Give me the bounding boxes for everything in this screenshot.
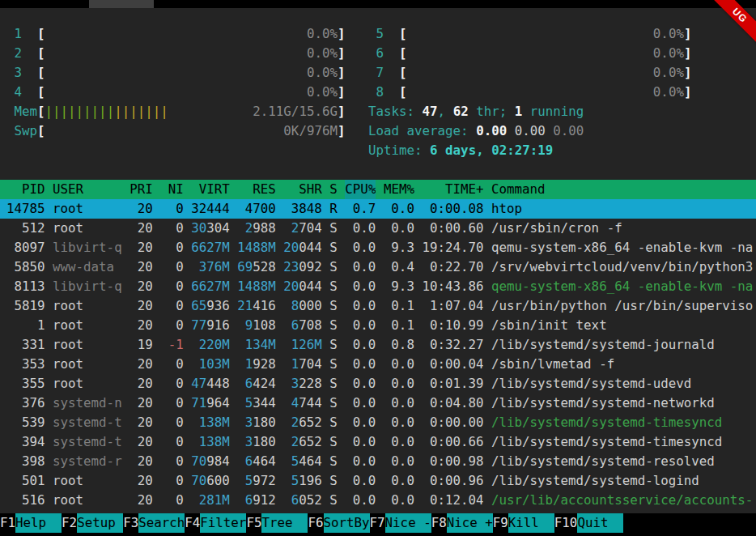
process-pri: 20: [130, 471, 153, 491]
process-cmd: /usr/sbin/cron -f: [491, 219, 756, 238]
process-row[interactable]: 512root2003030429882704S0.00.00:00.60/us…: [0, 219, 756, 238]
process-pid: 5850: [6, 257, 45, 277]
process-ni: 0: [160, 199, 184, 219]
process-ni: 0: [160, 452, 184, 471]
column-header-cmd[interactable]: Command: [491, 180, 756, 199]
process-shr: 4744: [283, 393, 322, 413]
process-row[interactable]: 8113libvirt-q2006627M1488M20044S0.09.310…: [0, 277, 756, 296]
process-shr: 3228: [283, 374, 322, 393]
process-mem: 0.0: [384, 199, 414, 219]
memory-meter-value: 2.11G/15.6G: [253, 102, 338, 121]
column-header-user[interactable]: USER: [53, 180, 122, 199]
fkey-f3-button[interactable]: F3Search: [123, 513, 185, 533]
process-row[interactable]: 501root2007060059725196S0.00.00:00.96/li…: [0, 471, 756, 491]
process-mem: 0.1: [384, 316, 414, 335]
fkey-number: F10: [554, 513, 578, 533]
process-row[interactable]: 1root2007791691086708S0.00.10:10.99/sbin…: [0, 316, 756, 335]
process-res: 6912: [237, 491, 276, 510]
process-time: 0:00.60: [422, 219, 483, 238]
function-key-bar: F1HelpF2SetupF3SearchF4FilterF5TreeF6Sor…: [0, 513, 756, 536]
process-row[interactable]: 376systemd-n2007196453444744S0.00.00:04.…: [0, 393, 756, 413]
cpu-meter-value: 0.0%: [307, 83, 338, 102]
fkey-f4-button[interactable]: F4Filter: [185, 513, 246, 533]
column-header-shr[interactable]: SHR: [283, 180, 322, 199]
process-pid: 398: [6, 452, 45, 471]
process-cmd: /lib/systemd/systemd-networkd: [491, 393, 756, 413]
column-header-cpu[interactable]: CPU%: [345, 180, 376, 199]
process-cpu: 0.0: [345, 316, 376, 335]
process-pid: 501: [6, 471, 45, 491]
process-virt: 138M: [191, 413, 230, 432]
fkey-f7-button[interactable]: F7Nice -: [370, 513, 431, 533]
process-pid: 512: [6, 219, 45, 238]
column-header-s[interactable]: S: [329, 180, 338, 199]
cpu-meter-number: 7: [376, 63, 399, 83]
process-res: 4700: [237, 199, 276, 219]
process-user: libvirt-q: [53, 277, 122, 296]
fkey-number: F5: [246, 513, 261, 533]
process-cpu: 0.0: [345, 471, 376, 491]
process-virt: 65936: [191, 296, 230, 316]
process-pri: 20: [130, 413, 153, 432]
process-cpu: 0.0: [345, 432, 376, 452]
column-header-mem[interactable]: MEM%: [384, 180, 414, 199]
process-row[interactable]: 353root200103M19281704S0.00.00:00.04/sbi…: [0, 355, 756, 374]
fkey-label: Quit: [577, 513, 623, 533]
bracket-close: ]: [338, 63, 346, 83]
process-row[interactable]: 355root2004744864243228S0.00.00:01.39/li…: [0, 374, 756, 393]
fkey-f6-button[interactable]: F6SortBy: [308, 513, 369, 533]
process-time: 19:24.70: [422, 238, 483, 257]
process-user: root: [53, 335, 122, 355]
column-header-res[interactable]: RES: [237, 180, 276, 199]
cpu-meter-5: 5[0.0%]: [368, 24, 691, 44]
process-row[interactable]: 331root19-1220M134M126MS0.00.80:32.27/li…: [0, 335, 756, 355]
process-pid: 539: [6, 413, 45, 432]
process-row[interactable]: 5850www-data200376M6952823092S0.00.40:22…: [0, 257, 756, 277]
process-row[interactable]: 398systemd-r2007098464645464S0.00.00:00.…: [0, 452, 756, 471]
process-table-header: PIDUSERPRINIVIRTRESSHRSCPU%MEM%TIME+Comm…: [0, 180, 756, 199]
process-ni: 0: [160, 491, 184, 510]
process-ni: 0: [160, 277, 184, 296]
process-time: 0:00.00: [422, 413, 483, 432]
process-s: S: [329, 413, 338, 432]
process-cmd: /srv/webvirtcloud/venv/bin/python3: [491, 257, 756, 277]
process-cpu: 0.0: [345, 277, 376, 296]
process-row[interactable]: 516root200281M69126052S0.00.00:12.04/usr…: [0, 491, 756, 510]
process-res: 2988: [237, 219, 276, 238]
process-row[interactable]: 5819root20065936214168000S0.00.11:07.04/…: [0, 296, 756, 316]
column-header-virt[interactable]: VIRT: [191, 180, 230, 199]
process-time: 10:43.86: [422, 277, 483, 296]
fkey-f8-button[interactable]: F8Nice +: [431, 513, 493, 533]
window-tab-strip: [89, 0, 154, 8]
column-header-ni[interactable]: NI: [160, 180, 184, 199]
fkey-f2-button[interactable]: F2Setup: [62, 513, 123, 533]
fkey-f1-button[interactable]: F1Help: [0, 513, 62, 533]
cpu-meters-right: 5[0.0%]6[0.0%]7[0.0%]8[0.0%]: [368, 24, 691, 102]
process-mem: 0.4: [384, 257, 414, 277]
column-header-pid[interactable]: PID: [6, 180, 45, 199]
bracket-open: [: [37, 102, 45, 121]
process-shr: 23092: [283, 257, 322, 277]
process-row[interactable]: 8097libvirt-q2006627M1488M20044S0.09.319…: [0, 238, 756, 257]
fkey-f5-button[interactable]: F5Tree: [246, 513, 308, 533]
process-ni: 0: [160, 413, 184, 432]
fkey-f10-button[interactable]: F10Quit: [554, 513, 624, 533]
process-s: S: [329, 277, 338, 296]
process-shr: 20044: [283, 238, 322, 257]
bracket-open: [: [399, 63, 407, 83]
cpu-meter-number: 6: [376, 44, 399, 63]
fkey-label: Nice -: [385, 513, 431, 533]
process-row[interactable]: 539systemd-t200138M31802652S0.00.00:00.0…: [0, 413, 756, 432]
process-pri: 20: [130, 374, 153, 393]
process-pri: 20: [130, 277, 153, 296]
column-header-pri[interactable]: PRI: [130, 180, 153, 199]
bracket-close: ]: [684, 63, 692, 83]
fkey-label: Help: [15, 513, 62, 533]
process-shr: 5196: [283, 471, 322, 491]
process-pri: 20: [130, 432, 153, 452]
column-header-time[interactable]: TIME+: [422, 180, 483, 199]
fkey-f9-button[interactable]: F9Kill: [493, 513, 554, 533]
process-row[interactable]: 394systemd-t200138M31802652S0.00.00:00.6…: [0, 432, 756, 452]
process-row[interactable]: 14785root2003244447003848R0.70.00:00.08h…: [0, 199, 756, 219]
bracket-close: ]: [338, 121, 346, 141]
